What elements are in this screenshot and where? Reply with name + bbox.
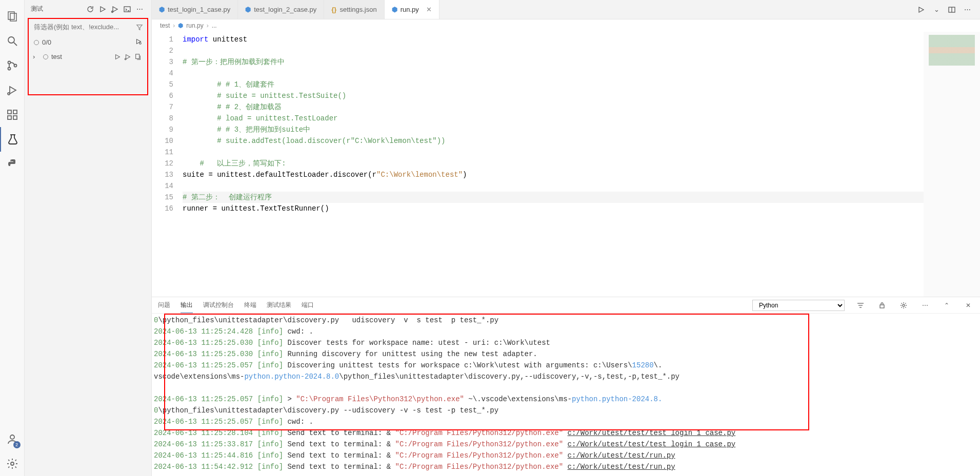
svg-point-5 <box>8 68 10 70</box>
test-filter-input[interactable] <box>32 21 135 33</box>
svg-rect-25 <box>136 54 139 58</box>
breadcrumb-folder: test <box>160 22 170 29</box>
svg-rect-32 <box>880 305 884 308</box>
run-debug-icon[interactable] <box>0 78 25 102</box>
accounts-icon[interactable]: 2 <box>0 427 25 451</box>
lock-scroll-icon[interactable] <box>876 301 888 309</box>
activity-bar: 2 <box>0 0 25 476</box>
tab-test-login-2-case-py[interactable]: ⬢test_login_2_case.py <box>238 0 324 19</box>
svg-rect-10 <box>8 116 11 119</box>
tab-label: test_login_1_case.py <box>168 6 230 13</box>
filter-icon[interactable] <box>135 24 144 31</box>
svg-marker-23 <box>126 54 130 59</box>
breadcrumb-file: run.py <box>186 22 203 29</box>
svg-rect-9 <box>8 110 11 114</box>
svg-line-3 <box>14 43 17 46</box>
goto-test-icon[interactable] <box>133 53 143 60</box>
panel-tab-端口[interactable]: 端口 <box>302 298 314 313</box>
panel-tab-调试控制台[interactable]: 调试控制台 <box>203 298 234 313</box>
python-file-icon: ⬢ <box>159 6 165 13</box>
panel-tab-输出[interactable]: 输出 <box>181 298 193 313</box>
svg-marker-17 <box>113 7 117 12</box>
search-icon[interactable] <box>0 29 25 53</box>
output-content[interactable]: 0\python_files\unittestadapter\discovery… <box>152 314 980 476</box>
svg-rect-19 <box>124 7 130 12</box>
status-circle-icon <box>43 54 48 59</box>
svg-marker-22 <box>116 54 120 59</box>
output-line: 2024-06-13 11:25:25.057 [info] cwd: . <box>154 416 980 427</box>
output-line: vscode\extensions\ms-python.python-2024.… <box>154 371 980 382</box>
close-panel-icon[interactable]: ✕ <box>963 302 974 309</box>
refresh-tests-icon[interactable] <box>85 4 96 15</box>
breadcrumb[interactable]: test › ⬢ run.py › ... <box>152 19 980 32</box>
svg-point-4 <box>8 61 10 64</box>
tab-test-login-1-case-py[interactable]: ⬢test_login_1_case.py <box>152 0 238 19</box>
run-count-icon[interactable] <box>135 38 142 47</box>
python-file-icon: ⬢ <box>245 6 251 13</box>
run-all-tests-icon[interactable] <box>97 4 108 15</box>
output-line: 2024-06-13 11:25:25.030 [info] Running d… <box>154 348 980 360</box>
chevron-up-icon[interactable]: ⌃ <box>941 302 952 309</box>
svg-point-15 <box>11 462 14 465</box>
sidebar-header: 测试 ⋯ <box>25 0 151 18</box>
settings-gear-icon[interactable] <box>0 451 25 476</box>
bottom-panel: 问题输出调试控制台终端测试结果端口 Python ⋯ ⌃ ✕ 0\python_… <box>152 297 980 476</box>
settings-output-icon[interactable] <box>898 301 909 309</box>
output-line: 2024-06-13 11:25:24.428 [info] cwd: . <box>154 326 980 337</box>
extensions-icon[interactable] <box>0 102 25 127</box>
python-ext-icon[interactable] <box>0 152 25 176</box>
code-editor[interactable]: 12345678910111213141516 import unittest … <box>152 32 980 297</box>
svg-point-14 <box>10 435 14 439</box>
output-line: 2024-06-13 11:25:25.057 [info] Discoveri… <box>154 360 980 371</box>
split-editor-icon[interactable] <box>946 6 957 14</box>
svg-marker-20 <box>137 39 141 44</box>
output-line: 2024-06-13 11:25:25.057 [info] > "C:\Pro… <box>154 394 980 405</box>
svg-marker-26 <box>919 7 924 12</box>
editor-tabs: ⬢test_login_1_case.py⬢test_login_2_case.… <box>152 0 980 19</box>
run-file-icon[interactable] <box>915 6 927 14</box>
debug-all-tests-icon[interactable] <box>109 4 121 15</box>
show-output-icon[interactable] <box>122 4 133 15</box>
test-sidebar: 测试 ⋯ 0/0 › test <box>25 0 152 476</box>
python-file-icon: ⬢ <box>392 6 397 13</box>
python-file-icon: ⬢ <box>178 22 183 29</box>
output-line: 0\python_files\unittestadapter\discovery… <box>154 405 980 416</box>
line-gutter: 12345678910111213141516 <box>152 32 183 297</box>
tab-label: run.py <box>401 6 419 13</box>
source-control-icon[interactable] <box>0 53 25 78</box>
testing-icon[interactable] <box>0 127 25 152</box>
breadcrumb-tail: ... <box>212 22 217 29</box>
test-item[interactable]: › test <box>29 50 147 64</box>
close-tab-icon[interactable]: ✕ <box>426 6 432 13</box>
run-dropdown-icon[interactable]: ⌄ <box>931 6 942 13</box>
debug-test-icon[interactable] <box>123 53 133 60</box>
svg-point-24 <box>125 58 126 60</box>
svg-point-2 <box>8 37 14 43</box>
run-test-icon[interactable] <box>112 53 123 60</box>
output-channel-select[interactable]: Python <box>752 300 845 311</box>
code-content[interactable]: import unittest # 第一步：把用例加载到套件中 # # 1、创建… <box>183 32 924 297</box>
more-actions-icon[interactable]: ⋯ <box>134 4 145 15</box>
editor-actions: ⌄ ⋯ <box>915 0 980 19</box>
filter-output-icon[interactable] <box>855 301 866 309</box>
svg-marker-7 <box>10 87 16 94</box>
output-line <box>154 382 980 394</box>
test-count-row: 0/0 <box>29 35 147 50</box>
more-panel-icon[interactable]: ⋯ <box>919 302 931 309</box>
output-line: 0\python_files\unittestadapter\discovery… <box>154 315 980 326</box>
panel-tab-终端[interactable]: 终端 <box>244 298 256 313</box>
explorer-icon[interactable] <box>0 4 25 29</box>
chevron-right-icon: › <box>33 53 40 60</box>
svg-marker-16 <box>101 7 105 12</box>
more-editor-icon[interactable]: ⋯ <box>962 6 973 13</box>
output-line: 2024-06-13 11:25:33.817 [info] Send text… <box>154 439 980 450</box>
svg-rect-11 <box>13 116 17 119</box>
output-line: 2024-06-13 11:25:28.104 [info] Send text… <box>154 427 980 439</box>
tab-run-py[interactable]: ⬢run.py✕ <box>385 0 439 19</box>
panel-tab-问题[interactable]: 问题 <box>158 298 170 313</box>
main-area: ⬢test_login_1_case.py⬢test_login_2_case.… <box>152 0 980 476</box>
tab-settings-json[interactable]: {}settings.json <box>324 0 384 19</box>
minimap[interactable] <box>924 32 980 297</box>
panel-tab-测试结果[interactable]: 测试结果 <box>267 298 291 313</box>
sidebar-title: 测试 <box>31 5 84 13</box>
